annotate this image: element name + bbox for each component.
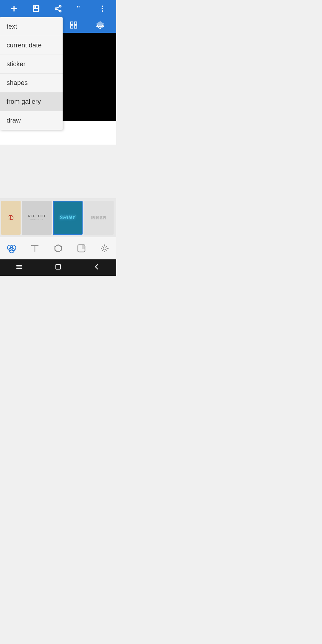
- menu-item-draw[interactable]: draw: [0, 111, 63, 130]
- menu-item-shapes[interactable]: shapes: [0, 74, 63, 92]
- dropdown-menu: textcurrent datestickershapesfrom galler…: [0, 17, 63, 130]
- share-button[interactable]: [52, 2, 65, 15]
- svg-marker-33: [55, 245, 61, 252]
- svg-line-36: [106, 246, 107, 247]
- shape-nav-button[interactable]: [49, 239, 67, 257]
- style-label-ornate: 𝔇: [8, 214, 14, 222]
- svg-point-12: [102, 6, 103, 7]
- svg-line-38: [106, 250, 107, 251]
- save-button[interactable]: [30, 2, 43, 15]
- svg-rect-5: [35, 6, 36, 8]
- svg-rect-46: [16, 268, 22, 269]
- svg-rect-22: [75, 26, 77, 28]
- effects-nav-button[interactable]: [96, 239, 114, 257]
- svg-rect-4: [34, 9, 38, 11]
- menu-item-current-date[interactable]: current date: [0, 36, 63, 55]
- layers-button[interactable]: [94, 18, 107, 32]
- top-toolbar: ": [0, 0, 116, 17]
- svg-line-9: [57, 7, 59, 8]
- text-styles-strip: 𝔇 REFLECT REFLECT SHINY INNER: [0, 198, 116, 237]
- svg-point-8: [59, 10, 61, 12]
- svg-line-10: [57, 9, 59, 11]
- text-style-corner[interactable]: [115, 201, 116, 235]
- svg-text:": ": [77, 4, 80, 12]
- menu-item-sticker[interactable]: sticker: [0, 55, 63, 74]
- svg-rect-44: [16, 265, 22, 266]
- svg-rect-20: [75, 22, 77, 24]
- sticker-nav-button[interactable]: [72, 239, 90, 257]
- menu-item-text[interactable]: text: [0, 17, 63, 36]
- text-style-shiny[interactable]: SHINY: [53, 201, 83, 235]
- svg-point-7: [55, 8, 57, 10]
- menu-item-from-gallery[interactable]: from gallery: [0, 92, 63, 111]
- svg-line-40: [102, 250, 103, 251]
- style-label-reflect: REFLECT REFLECT: [28, 214, 46, 222]
- home-system-button[interactable]: [54, 263, 62, 273]
- text-style-inner[interactable]: INNER: [84, 201, 114, 235]
- svg-line-42: [102, 246, 103, 247]
- text-style-ornate[interactable]: 𝔇: [1, 201, 21, 235]
- svg-rect-45: [16, 267, 22, 267]
- blend-nav-button[interactable]: [3, 239, 21, 257]
- svg-rect-3: [34, 6, 38, 8]
- workspace-area: [0, 145, 116, 198]
- svg-point-6: [59, 5, 61, 7]
- svg-point-13: [102, 8, 103, 10]
- bottom-nav: [0, 237, 116, 259]
- quote-button[interactable]: ": [74, 2, 87, 15]
- add-button[interactable]: [7, 2, 21, 15]
- svg-rect-47: [56, 264, 61, 269]
- svg-point-14: [102, 10, 103, 12]
- svg-rect-19: [71, 22, 73, 24]
- svg-rect-21: [71, 26, 73, 28]
- style-label-inner: INNER: [91, 215, 107, 220]
- grid-button[interactable]: [67, 18, 80, 32]
- more-options-button[interactable]: [96, 2, 109, 15]
- system-nav: [0, 259, 116, 276]
- menu-system-button[interactable]: [15, 263, 24, 273]
- svg-point-43: [103, 247, 106, 250]
- text-nav-button[interactable]: [26, 239, 44, 257]
- back-system-button[interactable]: [93, 263, 101, 273]
- text-style-reflect[interactable]: REFLECT REFLECT: [22, 201, 52, 235]
- style-label-shiny: SHINY: [60, 215, 76, 220]
